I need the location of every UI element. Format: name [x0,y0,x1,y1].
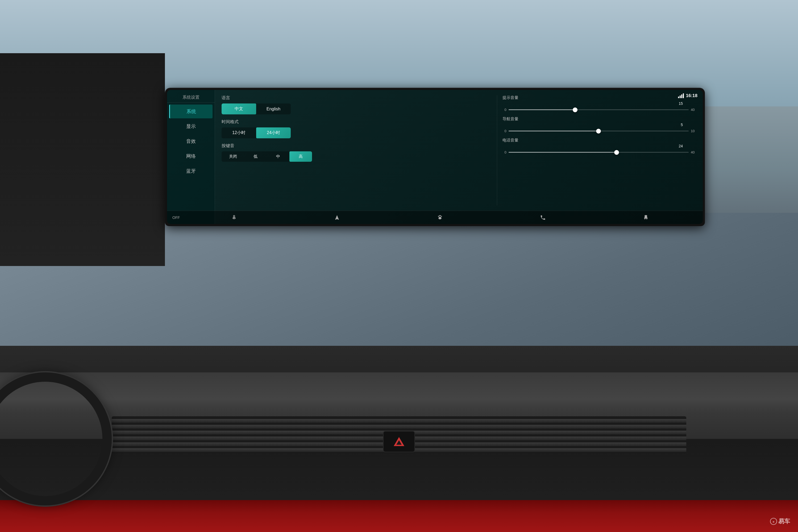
time-format-label: 时间格式 [222,119,492,125]
key-sound-mid-btn[interactable]: 中 [267,151,289,162]
screen-bezel: 16:18 系统设置 系统 显示 音效 网络 蓝牙 [165,88,705,226]
navigation-slider-track[interactable] [509,131,689,131]
navigation-volume-label: 导航音量 [502,116,696,121]
toolbar-off-label: OFF [172,215,180,220]
signal-icon [678,93,684,98]
sidebar-item-display[interactable]: 显示 [169,119,212,133]
key-sound-low-btn[interactable]: 低 [244,151,267,162]
notification-volume-value: 15 [679,101,683,106]
notification-volume-track-wrapper: 0 40 [502,108,696,112]
right-sliders: 提示音量 15 0 [497,95,696,205]
phone-slider-thumb[interactable] [614,150,619,155]
key-sound-toggle-group: 关闭 低 中 高 [222,151,312,162]
bottom-toolbar: OFF [167,211,703,224]
language-label: 语言 [222,95,492,101]
sidebar-item-sound[interactable]: 音效 [169,134,212,148]
navigation-volume-track-wrapper: 0 10 [502,129,696,133]
notification-max-label: 40 [691,108,696,112]
time-12hr-btn[interactable]: 12小时 [222,128,256,138]
svg-point-1 [439,215,440,216]
language-english-btn[interactable]: English [256,103,291,114]
notification-slider-thumb[interactable] [573,108,577,112]
red-trim [0,500,798,532]
sidebar: 系统设置 系统 显示 音效 网络 蓝牙 [167,90,215,224]
navigation-volume-value: 5 [681,122,683,127]
left-settings: 语言 中文 English 时间格式 12小时 [222,95,497,205]
content-columns: 语言 中文 English 时间格式 12小时 [222,95,696,205]
svg-text:e: e [773,520,774,523]
sidebar-title: 系统设置 [167,93,215,103]
hazard-button[interactable] [383,431,415,452]
toolbar-paw[interactable] [388,212,491,223]
key-sound-off-btn[interactable]: 关闭 [222,151,244,162]
phone-volume-label: 电话音量 [502,138,696,143]
svg-point-0 [438,216,439,217]
dashboard [0,346,798,532]
navigation-slider-thumb[interactable] [596,129,601,134]
sidebar-item-network[interactable]: 网络 [169,149,212,163]
language-chinese-btn[interactable]: 中文 [222,103,256,114]
key-sound-section: 按键音 关闭 低 中 高 [222,143,492,162]
infotainment-screen: 16:18 系统设置 系统 显示 音效 网络 蓝牙 [167,90,703,224]
main-content: 系统设置 系统 显示 音效 网络 蓝牙 语言 [167,90,703,224]
status-time: 16:18 [686,93,698,98]
phone-slider-fill [509,152,616,153]
hazard-icon [394,437,404,446]
content-area: 语言 中文 English 时间格式 12小时 [215,90,703,224]
signal-bar-3 [681,94,682,98]
toolbar-fan[interactable] [183,212,285,223]
vent-blade-1 [112,419,686,423]
phone-max-label: 40 [691,150,696,154]
signal-bar-4 [683,93,684,98]
language-section: 语言 中文 English [222,95,492,114]
navigation-max-label: 10 [691,129,696,133]
phone-volume-row: 电话音量 24 0 [502,138,696,154]
key-sound-label: 按键音 [222,143,492,149]
toolbar-seat[interactable] [594,212,698,223]
time-24hr-btn[interactable]: 24小时 [256,128,291,138]
phone-slider-track[interactable] [509,152,689,153]
svg-point-3 [441,216,442,217]
toolbar-phone[interactable] [492,212,594,223]
left-panel [0,53,165,266]
notification-slider-fill [509,109,575,110]
phone-min-label: 0 [502,150,507,154]
language-toggle-group: 中文 English [222,103,291,114]
watermark: e 易车 [770,517,790,527]
status-bar: 16:18 [678,93,698,98]
sidebar-item-bluetooth[interactable]: 蓝牙 [169,164,212,178]
notification-volume-label: 提示音量 [502,95,696,100]
car-interior: 16:18 系统设置 系统 显示 音效 网络 蓝牙 [0,0,798,532]
vent-blade-2 [112,425,686,429]
navigation-slider-fill [509,131,599,131]
time-format-toggle-group: 12小时 24小时 [222,128,291,138]
key-sound-high-btn[interactable]: 高 [289,151,312,162]
phone-volume-value: 24 [679,144,683,148]
navigation-volume-row: 导航音量 5 0 [502,116,696,133]
signal-bar-2 [680,95,681,98]
notification-slider-track[interactable] [509,109,689,110]
time-format-section: 时间格式 12小时 24小时 [222,119,492,138]
sidebar-item-system[interactable]: 系统 [169,104,212,118]
toolbar-navigation[interactable] [285,212,388,223]
svg-point-2 [440,215,441,216]
navigation-min-label: 0 [502,129,507,133]
phone-volume-track-wrapper: 0 40 [502,150,696,154]
signal-bar-1 [678,97,679,98]
notification-min-label: 0 [502,108,507,112]
notification-volume-row: 提示音量 15 0 [502,95,696,112]
